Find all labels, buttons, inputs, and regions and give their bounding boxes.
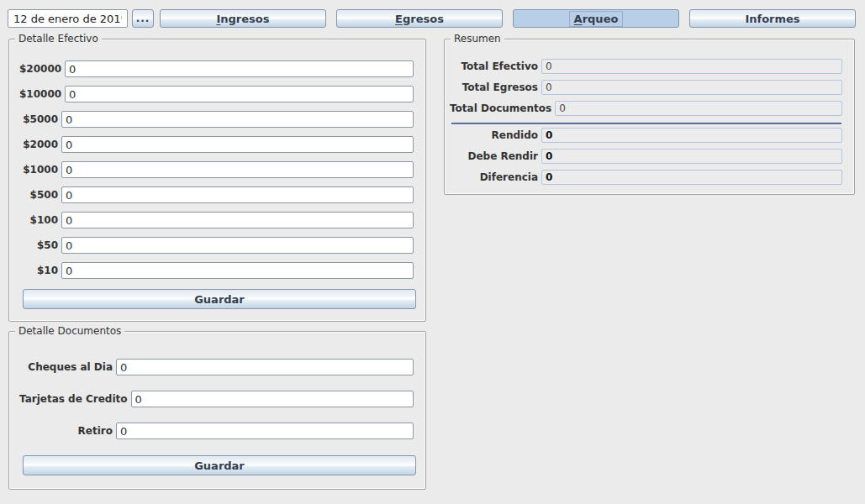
summary-total-value bbox=[541, 59, 842, 74]
summary-total-label: Total Documentos bbox=[450, 102, 551, 114]
denomination-input[interactable] bbox=[61, 136, 414, 153]
denomination-row: $1000 bbox=[19, 161, 414, 178]
denomination-input[interactable] bbox=[61, 186, 414, 203]
document-label: Retiro bbox=[19, 425, 113, 437]
denomination-input[interactable] bbox=[61, 262, 414, 279]
denomination-input[interactable] bbox=[61, 237, 414, 254]
summary-total-row: Total Efectivo bbox=[450, 59, 842, 74]
denomination-label: $20000 bbox=[19, 63, 61, 75]
summary-result-label: Debe Rendir bbox=[450, 150, 538, 162]
denomination-row: $20000 bbox=[19, 60, 414, 77]
document-label: Cheques al Dia bbox=[19, 361, 113, 373]
denomination-row: $50 bbox=[19, 237, 414, 254]
guardar-documentos-button[interactable]: Guardar bbox=[23, 455, 416, 475]
document-input[interactable] bbox=[131, 391, 414, 407]
denomination-input[interactable] bbox=[65, 86, 414, 102]
denomination-label: $100 bbox=[19, 214, 58, 226]
denomination-label: $500 bbox=[19, 189, 58, 201]
guardar-efectivo-button[interactable]: Guardar bbox=[23, 289, 416, 309]
summary-result-value bbox=[541, 170, 842, 185]
detalle-documentos-panel: Detalle Documentos Cheques al Dia Tarjet… bbox=[8, 331, 426, 490]
summary-total-value bbox=[541, 80, 842, 95]
denomination-row: $100 bbox=[19, 212, 414, 228]
nav-button-label: Ingresos bbox=[212, 12, 273, 26]
document-row: Cheques al Dia bbox=[19, 359, 414, 375]
denomination-input[interactable] bbox=[61, 161, 414, 178]
summary-result-value bbox=[541, 128, 842, 143]
summary-total-label: Total Efectivo bbox=[450, 60, 538, 72]
summary-result-row: Rendido bbox=[450, 128, 842, 143]
date-picker-button[interactable]: ... bbox=[132, 9, 154, 28]
detalle-efectivo-panel: Detalle Efectivo $20000 $10000 $5000 $20… bbox=[8, 39, 426, 322]
resumen-panel: Resumen Total Efectivo Total Egresos Tot… bbox=[444, 39, 855, 195]
denomination-input[interactable] bbox=[61, 111, 414, 128]
nav-button-label: Egresos bbox=[391, 12, 448, 26]
toolbar: ... Ingresos Egresos Arqueo Informes bbox=[8, 9, 856, 28]
summary-result-label: Diferencia bbox=[450, 171, 538, 183]
summary-separator bbox=[451, 123, 841, 124]
document-row: Retiro bbox=[19, 423, 414, 439]
summary-result-value bbox=[541, 149, 842, 164]
summary-total-row: Total Documentos bbox=[450, 101, 842, 116]
document-label: Tarjetas de Credito bbox=[19, 393, 128, 405]
denomination-label: $2000 bbox=[19, 139, 58, 150]
nav-button-label: Informes bbox=[741, 12, 804, 26]
summary-total-label: Total Egresos bbox=[450, 81, 538, 93]
summary-total-row: Total Egresos bbox=[450, 80, 842, 95]
denomination-label: $1000 bbox=[19, 164, 58, 176]
denomination-row: $500 bbox=[19, 186, 414, 203]
nav-button[interactable]: Arqueo bbox=[513, 9, 679, 28]
denomination-label: $10 bbox=[19, 265, 58, 276]
summary-result-label: Rendido bbox=[450, 129, 538, 141]
summary-total-value bbox=[555, 101, 842, 116]
document-row: Tarjetas de Credito bbox=[19, 391, 414, 407]
detalle-efectivo-title: Detalle Efectivo bbox=[15, 33, 102, 45]
nav-button-label: Arqueo bbox=[570, 12, 623, 26]
detalle-documentos-title: Detalle Documentos bbox=[15, 325, 124, 338]
denomination-input[interactable] bbox=[65, 60, 414, 77]
date-input[interactable] bbox=[8, 9, 128, 28]
denomination-row: $10 bbox=[19, 262, 414, 279]
denomination-row: $10000 bbox=[19, 86, 414, 102]
nav-button[interactable]: Informes bbox=[689, 9, 856, 28]
document-input[interactable] bbox=[116, 423, 414, 439]
nav-button[interactable]: Ingresos bbox=[160, 9, 326, 28]
denomination-label: $10000 bbox=[19, 88, 61, 100]
denomination-label: $50 bbox=[19, 239, 58, 251]
nav-buttons: Ingresos Egresos Arqueo Informes bbox=[160, 9, 856, 28]
document-input[interactable] bbox=[116, 359, 414, 375]
denomination-row: $5000 bbox=[19, 111, 414, 128]
denomination-row: $2000 bbox=[19, 136, 414, 153]
nav-button[interactable]: Egresos bbox=[336, 9, 503, 28]
denomination-input[interactable] bbox=[61, 212, 414, 228]
denomination-label: $5000 bbox=[19, 113, 58, 125]
summary-result-row: Debe Rendir bbox=[450, 149, 842, 164]
summary-result-row: Diferencia bbox=[450, 170, 842, 185]
resumen-title: Resumen bbox=[451, 33, 504, 45]
